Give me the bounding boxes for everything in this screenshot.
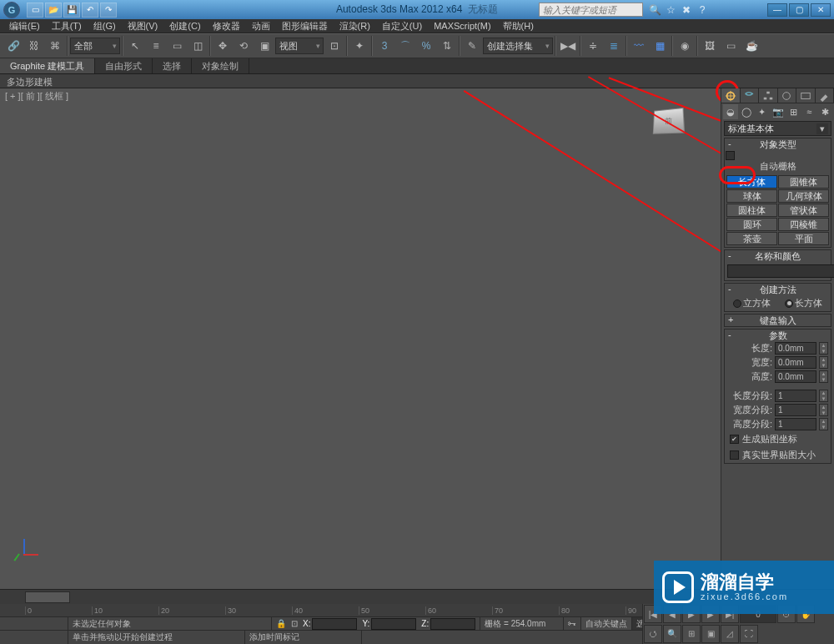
select-region-icon[interactable]: ▭ [167,36,187,56]
app-icon[interactable]: G [3,2,20,18]
render-icon[interactable]: ☕ [741,36,761,56]
named-selection-dropdown[interactable]: 创建选择集 [483,38,553,54]
add-time-tag[interactable]: 添加时间标记 [245,631,362,644]
cat-geometry-icon[interactable]: ◒ [723,104,738,119]
cat-spacewarps-icon[interactable]: ≈ [801,104,816,119]
time-handle[interactable] [25,591,70,603]
angle-snap-icon[interactable]: ⌒ [395,36,415,56]
scale-icon[interactable]: ▣ [254,36,274,56]
orbit-icon[interactable]: ⭯ [644,625,662,643]
material-editor-icon[interactable]: ◉ [675,36,695,56]
selection-filter-dropdown[interactable]: 全部 [70,38,120,54]
cat-cameras-icon[interactable]: 📷 [771,104,786,119]
select-name-icon[interactable]: ≡ [146,36,166,56]
utilities-tab-icon[interactable] [816,88,835,103]
graphite-tab-paint[interactable]: 对象绘制 [192,58,249,73]
cat-shapes-icon[interactable]: ◯ [739,104,754,119]
schematic-icon[interactable]: ▦ [650,36,670,56]
height-spinner[interactable]: 0.0mm [775,370,816,383]
create-tab-icon[interactable] [721,88,741,103]
unlink-icon[interactable]: ⛓ [24,36,44,56]
sphere-button[interactable]: 球体 [726,189,777,203]
menu-group[interactable]: 组(G) [88,20,122,33]
link-icon[interactable]: 🔗 [3,36,23,56]
autogrid-checkbox[interactable] [726,151,735,160]
object-name-input[interactable] [727,264,834,278]
render-frame-icon[interactable]: ▭ [721,36,741,56]
cat-systems-icon[interactable]: ✱ [817,104,832,119]
viewport[interactable]: [ + ][ 前 ][ 线框 ] 前 ◒ ◯ ✦ 📷 ⊞ ≈ ✱ 标准基本体 [0,88,834,589]
menu-view[interactable]: 视图(V) [122,20,164,33]
menu-script[interactable]: MAXScript(M) [428,21,496,31]
primitive-category-dropdown[interactable]: 标准基本体 [724,121,831,136]
qat-new-icon[interactable]: ▭ [27,3,43,18]
key-icon[interactable]: 🗝 [564,617,581,630]
isolate-icon[interactable]: ⊡ [291,619,298,628]
rollout-keyboard[interactable]: +键盘输入 [725,314,831,326]
rollout-name-color[interactable]: -名称和颜色 [725,250,831,262]
select-arrow-icon[interactable]: ↖ [125,36,145,56]
z-coord-input[interactable] [430,618,475,630]
teapot-button[interactable]: 茶壶 [726,232,777,245]
graphite-tab-freeform[interactable]: 自由形式 [95,58,153,73]
menu-graph[interactable]: 图形编辑器 [276,20,334,33]
snap-toggle-icon[interactable]: 3 [374,36,394,56]
qat-redo-icon[interactable]: ↷ [100,3,117,18]
render-setup-icon[interactable]: 🖼 [700,36,720,56]
qat-undo-icon[interactable]: ↶ [82,3,98,18]
viewcube[interactable]: 前 [653,108,685,134]
pyramid-button[interactable]: 四棱锥 [778,218,829,231]
qat-open-icon[interactable]: 📂 [45,3,62,18]
align-icon[interactable]: ≑ [583,36,603,56]
box-button[interactable]: 长方体 [726,175,777,189]
maximize-button[interactable]: ▢ [789,3,809,17]
spinner-snap-icon[interactable]: ⇅ [437,36,457,56]
gen-map-checkbox[interactable] [730,435,739,444]
percent-snap-icon[interactable]: % [416,36,436,56]
real-world-checkbox[interactable] [730,450,739,460]
search-input[interactable] [539,3,643,17]
layers-icon[interactable]: ≣ [604,36,624,56]
hierarchy-tab-icon[interactable] [759,88,778,103]
bind-icon[interactable]: ⌘ [45,36,65,56]
close-button[interactable]: ✕ [811,3,831,17]
viewport-label[interactable]: [ + ][ 前 ][ 线框 ] [5,90,68,103]
minimize-button[interactable]: — [767,3,787,17]
y-coord-input[interactable] [371,618,416,630]
width-spinner[interactable]: 0.0mm [775,356,816,369]
box-radio[interactable] [785,299,793,308]
cat-helpers-icon[interactable]: ⊞ [786,104,801,119]
infocenter-search-icon[interactable]: 🔍 [648,3,661,17]
tube-button[interactable]: 管状体 [778,204,829,217]
x-coord-input[interactable] [312,618,357,630]
infocenter-help-icon[interactable]: ? [696,3,709,17]
graphite-tab-selection[interactable]: 选择 [153,58,192,73]
cat-lights-icon[interactable]: ✦ [755,104,770,119]
infocenter-sub-icon[interactable]: ☆ [664,3,677,17]
motion-tab-icon[interactable] [778,88,797,103]
cylinder-button[interactable]: 圆柱体 [726,204,777,217]
infocenter-exchange-icon[interactable]: ✖ [680,3,693,17]
auto-key-button[interactable]: 自动关键点 [585,618,627,630]
wseg-spinner[interactable]: 1 [775,404,816,416]
menu-edit[interactable]: 编辑(E) [3,20,46,33]
cube-radio[interactable] [733,299,741,308]
menu-render[interactable]: 渲染(R) [334,20,376,33]
menu-custom[interactable]: 自定义(U) [376,20,428,33]
modify-tab-icon[interactable] [741,88,760,103]
menu-help[interactable]: 帮助(H) [497,20,540,33]
poly-model-label[interactable]: 多边形建模 [0,74,834,88]
zoom-icon[interactable]: 🔍 [663,625,681,643]
maximize-vp-icon[interactable]: ⛶ [740,625,758,643]
menu-modifier[interactable]: 修改器 [207,20,246,33]
hseg-spinner[interactable]: 1 [775,418,816,430]
zoom-extents-icon[interactable]: ▣ [701,625,720,643]
ref-coord-dropdown[interactable]: 视图 [275,38,324,54]
pivot-icon[interactable]: ⊡ [324,36,344,56]
lseg-spinner[interactable]: 1 [775,390,816,402]
mirror-icon[interactable]: ▶◀ [558,36,578,56]
menu-anim[interactable]: 动画 [246,20,276,33]
menu-create[interactable]: 创建(C) [163,20,206,33]
qat-save-icon[interactable]: 💾 [63,3,80,18]
fov-icon[interactable]: ◿ [721,625,739,643]
